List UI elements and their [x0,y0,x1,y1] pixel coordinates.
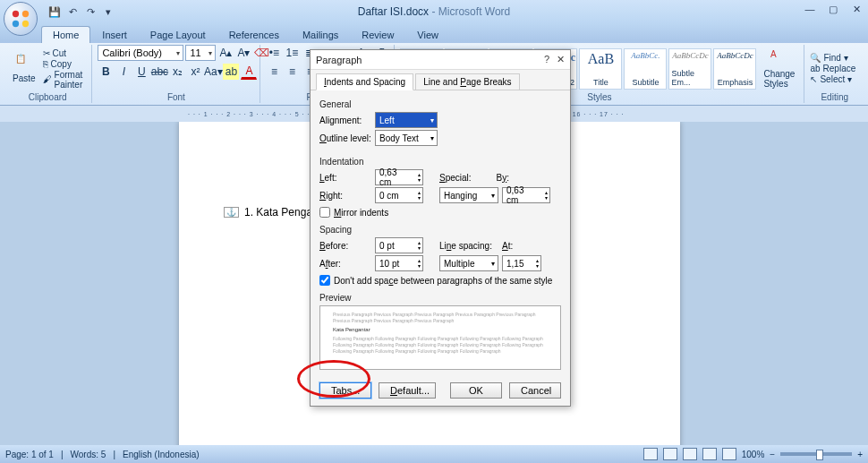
status-words[interactable]: Words: 5 [71,450,106,459]
cut-icon: ✂ [43,48,50,58]
undo-icon[interactable]: ↶ [64,4,81,20]
style-title[interactable]: AaBTitle [579,48,622,90]
section-spacing: Spacing [319,225,561,235]
view-print-layout[interactable] [643,448,658,460]
status-language[interactable]: English (Indonesia) [123,450,200,459]
section-preview: Preview [319,293,561,303]
alignment-combo[interactable]: Left [375,112,438,128]
dialog-close-button[interactable]: ✕ [557,54,565,65]
find-button[interactable]: 🔍Find ▾ [810,53,855,63]
zoom-in-button[interactable]: + [857,450,863,459]
bullets-button[interactable]: •≡ [266,45,282,61]
label-right: Right: [319,191,371,201]
replace-icon: ab [810,64,820,73]
paste-button[interactable]: 📋 Paste [9,52,39,85]
numbering-button[interactable]: 1≡ [284,45,300,61]
copy-icon: ⎘ [43,59,48,69]
anchor-icon: ⚓ [224,207,239,218]
dialog-help-button[interactable]: ? [544,54,549,65]
default-button[interactable]: Default... [379,382,436,399]
style-subtitle[interactable]: AaBbCc.Subtitle [624,48,667,90]
zoom-out-button[interactable]: − [770,450,775,459]
format-painter-button[interactable]: 🖌Format Painter [43,70,87,90]
underline-button[interactable]: U [133,64,149,80]
outline-combo[interactable]: Body Text [375,130,438,146]
qat-dropdown-icon[interactable]: ▾ [100,4,116,20]
by-spin[interactable]: 0,63 cm [502,187,550,203]
select-icon: ↖ [810,74,817,84]
office-button[interactable] [4,2,38,36]
tab-home[interactable]: Home [41,26,90,43]
style-subtle-em[interactable]: AaBbCcDcSubtle Em... [668,48,711,90]
brush-icon: 🖌 [43,74,52,84]
tab-view[interactable]: View [405,26,450,43]
cut-button[interactable]: ✂Cut [43,48,87,58]
at-spin[interactable]: 1,15 [502,255,541,271]
save-icon[interactable]: 💾 [47,4,63,20]
tab-review[interactable]: Review [350,26,405,43]
copy-button[interactable]: ⎘Copy [43,59,87,69]
quick-access-toolbar: 💾 ↶ ↷ ▾ [47,4,116,20]
label-before: Before: [319,241,371,251]
view-web-layout[interactable] [683,448,697,460]
subscript-button[interactable]: x₂ [169,64,185,80]
font-size-combo[interactable]: 11 [185,45,216,61]
tabs-button[interactable]: Tabs... [319,382,371,399]
align-left-button[interactable]: ≡ [266,64,282,80]
view-outline[interactable] [702,448,717,460]
dialog-titlebar[interactable]: Paragraph ? ✕ [311,50,570,70]
find-icon: 🔍 [810,53,821,63]
redo-icon[interactable]: ↷ [82,4,98,20]
status-page[interactable]: Page: 1 of 1 [5,450,54,459]
highlight-button[interactable]: ab [223,64,239,80]
replace-button[interactable]: abReplace [810,64,855,73]
tab-insert[interactable]: Insert [90,26,139,43]
preview-box: Previous Paragraph Previous Paragraph Pr… [319,305,561,370]
change-case-button[interactable]: Aa▾ [205,64,221,80]
strike-button[interactable]: abc [151,64,167,80]
tab-page-layout[interactable]: Page Layout [139,26,217,43]
ok-button[interactable]: OK [450,382,502,399]
tab-mailings[interactable]: Mailings [291,26,350,43]
shrink-font-icon[interactable]: A▾ [235,45,251,61]
grow-font-icon[interactable]: A▴ [217,45,234,61]
dialog-tab-linebreaks[interactable]: Line and Page Breaks [415,73,519,90]
ribbon-tabs: Home Insert Page Layout References Maili… [0,23,868,43]
font-color-button[interactable]: A [241,64,257,80]
align-center-button[interactable]: ≡ [284,64,300,80]
superscript-button[interactable]: x² [187,64,203,80]
noadd-checkbox[interactable]: Don't add space between paragraphs of th… [319,275,561,286]
tab-references[interactable]: References [217,26,291,43]
label-by: By: [482,173,509,183]
change-styles-button[interactable]: A Change Styles [760,47,798,90]
italic-button[interactable]: I [115,64,132,80]
paragraph-dialog: Paragraph ? ✕ IIndents and Spacingndents… [310,49,571,407]
label-left: Left: [319,173,371,183]
special-combo[interactable]: Hanging [439,187,498,203]
mirror-checkbox[interactable]: Mirror indents [319,207,561,218]
bold-button[interactable]: B [98,64,114,80]
font-combo[interactable]: Calibri (Body) [98,45,183,61]
cancel-button[interactable]: Cancel [509,382,561,399]
window-title: Daftar ISI.docx - Microsoft Word [358,5,511,18]
view-draft[interactable] [722,448,736,460]
group-clipboard-label: Clipboard [9,92,86,103]
group-editing-label: Editing [810,92,859,103]
view-full-screen[interactable] [663,448,677,460]
style-emphasis[interactable]: AaBbCcDcEmphasis [713,48,756,90]
before-spin[interactable]: 0 pt [375,237,423,253]
indent-right-spin[interactable]: 0 cm [375,187,423,203]
after-spin[interactable]: 10 pt [375,255,423,271]
label-at: At: [502,241,523,251]
indent-left-spin[interactable]: 0,63 cm [375,169,423,185]
minimize-button[interactable]: — [802,4,818,15]
close-button[interactable]: ✕ [848,4,864,15]
zoom-slider[interactable] [780,452,852,456]
svg-point-1 [22,11,29,17]
linespacing-combo[interactable]: Multiple [439,255,498,271]
dialog-tab-indents[interactable]: IIndents and Spacingndents and Spacing [316,73,413,90]
label-alignment: Alignment: [319,116,371,125]
zoom-level[interactable]: 100% [742,450,765,459]
maximize-button[interactable]: ▢ [825,4,841,15]
select-button[interactable]: ↖Select ▾ [810,74,855,84]
